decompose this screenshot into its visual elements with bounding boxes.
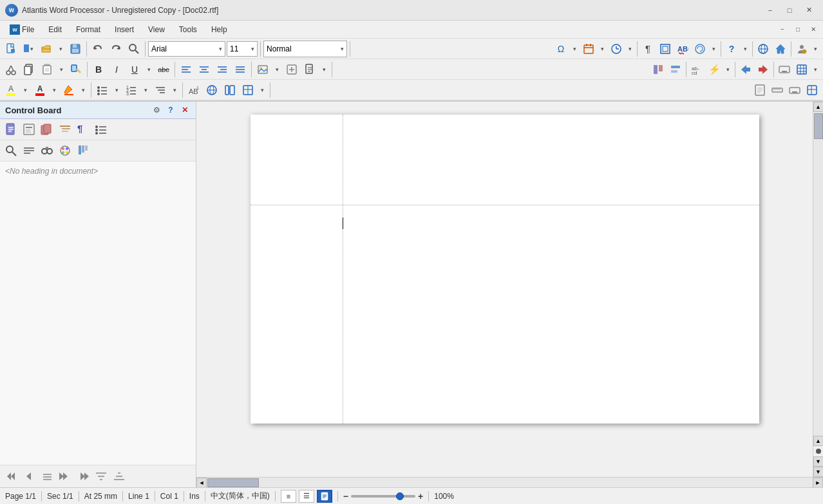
menu-item-edit[interactable]: Edit (41, 22, 69, 37)
align-left-button[interactable] (178, 61, 194, 78)
open-dropdown-button[interactable]: ▾ (56, 41, 66, 57)
superscript-button[interactable]: AB1 (185, 82, 202, 98)
format-painter-button[interactable] (68, 61, 84, 78)
cb-search2-btn[interactable] (3, 142, 19, 159)
table-grid-button[interactable] (793, 61, 810, 78)
help-dropdown[interactable]: ▾ (741, 41, 750, 57)
outline-list-dropdown[interactable]: ▾ (170, 82, 180, 98)
calendar-button[interactable] (580, 41, 597, 57)
strikethrough-button[interactable]: abc (155, 61, 172, 78)
scroll-left-button[interactable]: ◄ (196, 478, 207, 488)
omega-button[interactable]: Ω (553, 41, 569, 57)
styles2-button[interactable] (667, 61, 684, 78)
help-button[interactable]: ? (723, 41, 740, 57)
lightning-button[interactable]: ⚡ (706, 61, 723, 78)
align-right-button[interactable] (214, 61, 231, 78)
numbered-list-dropdown[interactable]: ▾ (141, 82, 151, 98)
align-justify-button[interactable] (232, 61, 249, 78)
view-page-button[interactable] (317, 490, 332, 503)
outline-list-button[interactable] (152, 82, 169, 98)
bold-button[interactable]: B (90, 61, 107, 78)
style-selector[interactable]: Normal ▾ (263, 41, 347, 57)
undo-button[interactable] (90, 41, 106, 57)
size-selector[interactable]: 11 ▾ (227, 41, 258, 57)
insert-object-button[interactable] (283, 61, 300, 78)
control-board-close-icon[interactable]: ✕ (179, 104, 191, 116)
cb-palette-btn[interactable] (57, 142, 73, 159)
underline-dropdown[interactable]: ▾ (144, 61, 154, 78)
new-button[interactable] (3, 41, 19, 57)
hyperlink-button[interactable] (203, 82, 220, 98)
table-dropdown[interactable]: ▾ (811, 61, 820, 78)
scroll-track-horizontal[interactable] (207, 478, 813, 488)
doc-scroll-area[interactable] (196, 102, 813, 477)
font-color-dropdown[interactable]: ▾ (50, 82, 59, 98)
redo-button[interactable] (108, 41, 124, 57)
cb-nav-last-btn[interactable] (75, 468, 91, 485)
paragraph-mark-button[interactable]: ¶ (639, 41, 656, 57)
font-color-button[interactable]: A (32, 82, 48, 98)
keyboard-button[interactable] (776, 61, 793, 78)
menu-item-tools[interactable]: Tools (172, 22, 204, 37)
paste-dropdown[interactable]: ▾ (57, 61, 66, 78)
styles-button[interactable] (650, 61, 667, 78)
open-button[interactable] (38, 41, 55, 57)
close-button[interactable]: ✕ (800, 3, 818, 17)
menu-item-view[interactable]: View (141, 22, 172, 37)
minimize-button[interactable]: − (761, 3, 779, 17)
new-dropdown-button[interactable]: ▾ (21, 41, 37, 57)
calendar-dropdown[interactable]: ▾ (598, 41, 607, 57)
scroll-thumb-horizontal[interactable] (207, 478, 259, 487)
cb-list-btn[interactable] (93, 121, 109, 138)
zoom-minus-button[interactable]: − (343, 491, 348, 501)
paste-button[interactable] (39, 61, 55, 78)
insert-file-button[interactable] (301, 61, 318, 78)
cb-nav-wide-btn[interactable] (111, 468, 128, 485)
underline-button[interactable]: U (126, 61, 143, 78)
columns-button[interactable] (222, 82, 238, 98)
cb-nav-first-btn[interactable] (3, 468, 19, 485)
cb-outline-btn[interactable] (57, 121, 73, 138)
cb-nav-next-btn[interactable] (57, 468, 73, 485)
frame-button[interactable] (657, 41, 674, 57)
cut-button[interactable] (3, 61, 19, 78)
internet-button[interactable] (755, 41, 771, 57)
clock-button[interactable] (608, 41, 625, 57)
autotext-button[interactable]: ab-cd (688, 61, 705, 78)
cb-binoculars-btn[interactable] (39, 142, 55, 159)
scroll-thumb-vertical[interactable] (814, 113, 823, 139)
bullet-list-button[interactable] (94, 82, 111, 98)
cb-document-btn[interactable] (3, 121, 19, 138)
lightning-dropdown[interactable]: ▾ (723, 61, 733, 78)
scroll-right-button[interactable]: ► (813, 478, 823, 488)
doc-minimize-button[interactable]: − (775, 23, 790, 36)
find-button[interactable] (126, 41, 142, 57)
numbered-list-button[interactable]: 1.2.3. (123, 82, 140, 98)
ruler-button[interactable] (769, 82, 786, 98)
home-button[interactable] (772, 41, 789, 57)
cb-style-btn[interactable]: ¶ (75, 121, 91, 138)
cb-nav-prev-btn[interactable] (21, 468, 37, 485)
scroll-down-button[interactable]: ▼ (813, 467, 824, 477)
menu-item-insert[interactable]: Insert (108, 22, 141, 37)
zoom-button[interactable] (804, 82, 820, 98)
insert-file-dropdown[interactable]: ▾ (319, 61, 329, 78)
table-button[interactable] (240, 82, 256, 98)
maximize-button[interactable]: □ (780, 3, 799, 17)
view-lines-button[interactable]: ≡ (281, 490, 296, 503)
cb-wordcount-btn[interactable] (21, 142, 37, 159)
abc-extra-dropdown[interactable]: ▾ (709, 41, 719, 57)
control-board-help-icon[interactable]: ? (165, 104, 176, 116)
copy-button[interactable] (21, 61, 37, 78)
spell-check-button[interactable]: ABC (674, 41, 691, 57)
user-settings-button[interactable] (793, 41, 810, 57)
keyboard2-button[interactable] (786, 82, 803, 98)
clock-dropdown[interactable]: ▾ (625, 41, 635, 57)
omega-dropdown[interactable]: ▾ (570, 41, 580, 57)
scroll-up2-button[interactable]: ▲ (813, 436, 824, 446)
cb-bookmarks-btn[interactable] (75, 142, 91, 159)
align-center-button[interactable] (196, 61, 213, 78)
save-button[interactable] (67, 41, 84, 57)
color-arrow-left-button[interactable] (737, 61, 754, 78)
highlight-button[interactable]: A (3, 82, 19, 98)
